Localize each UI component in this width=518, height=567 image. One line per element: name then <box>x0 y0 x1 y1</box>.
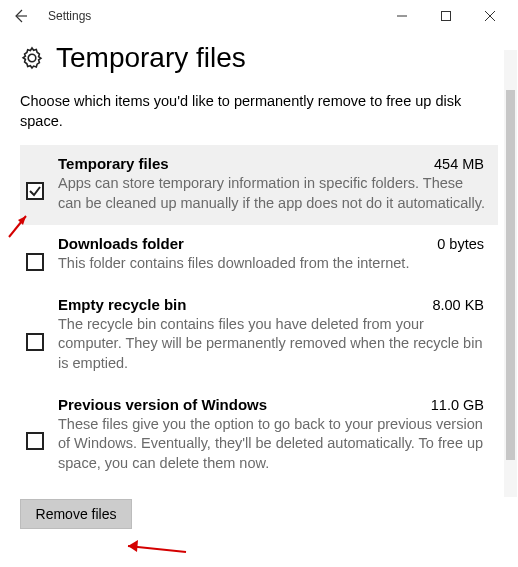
maximize-icon <box>441 11 451 21</box>
item-desc: Apps can store temporary information in … <box>58 174 488 213</box>
item-size: 8.00 KB <box>432 297 488 313</box>
content-area: Temporary files Choose which items you'd… <box>0 32 518 567</box>
item-size: 454 MB <box>434 156 488 172</box>
checkbox-temporary-files[interactable] <box>26 182 44 200</box>
window-title: Settings <box>48 9 91 23</box>
minimize-button[interactable] <box>380 2 424 30</box>
remove-files-button[interactable]: Remove files <box>20 499 132 529</box>
item-title: Temporary files <box>58 155 169 172</box>
gear-icon <box>20 46 44 70</box>
checkbox-previous-version-windows[interactable] <box>26 432 44 450</box>
item-desc: These files give you the option to go ba… <box>58 415 488 474</box>
item-size: 0 bytes <box>437 236 488 252</box>
list-item[interactable]: Downloads folder 0 bytes This folder con… <box>20 225 498 286</box>
minimize-icon <box>397 11 407 21</box>
item-size: 11.0 GB <box>431 397 488 413</box>
page-title: Temporary files <box>56 42 246 74</box>
svg-rect-1 <box>442 12 451 21</box>
close-icon <box>485 11 495 21</box>
maximize-button[interactable] <box>424 2 468 30</box>
page-heading-row: Temporary files <box>20 42 498 74</box>
item-title: Empty recycle bin <box>58 296 186 313</box>
close-button[interactable] <box>468 2 512 30</box>
scrollbar[interactable] <box>504 50 517 497</box>
intro-text: Choose which items you'd like to permane… <box>20 92 498 131</box>
list-item[interactable]: Previous version of Windows 11.0 GB Thes… <box>20 386 498 486</box>
back-button[interactable] <box>6 2 34 30</box>
item-title: Previous version of Windows <box>58 396 267 413</box>
list-item[interactable]: Empty recycle bin 8.00 KB The recycle bi… <box>20 286 498 386</box>
items-list: Temporary files 454 MB Apps can store te… <box>20 145 498 485</box>
scrollbar-thumb[interactable] <box>506 90 515 460</box>
titlebar: Settings <box>0 0 518 32</box>
arrow-left-icon <box>12 8 28 24</box>
item-desc: The recycle bin contains files you have … <box>58 315 488 374</box>
item-desc: This folder contains files downloaded fr… <box>58 254 488 274</box>
checkbox-empty-recycle-bin[interactable] <box>26 333 44 351</box>
checkbox-downloads-folder[interactable] <box>26 253 44 271</box>
check-icon <box>28 184 42 198</box>
item-title: Downloads folder <box>58 235 184 252</box>
list-item[interactable]: Temporary files 454 MB Apps can store te… <box>20 145 498 225</box>
